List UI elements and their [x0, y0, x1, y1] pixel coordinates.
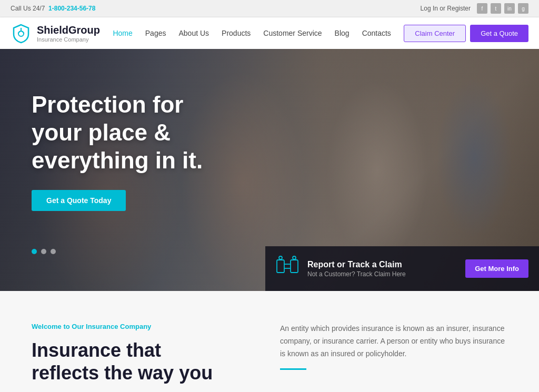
logo-text: ShieldGroup Insurance Company	[37, 24, 100, 43]
logo[interactable]: ShieldGroup Insurance Company	[11, 23, 100, 44]
phone-link[interactable]: 1-800-234-56-78	[48, 5, 95, 12]
facebook-icon[interactable]: f	[477, 3, 487, 14]
nav-customer-service[interactable]: Customer Service	[258, 26, 327, 41]
claim-center-button[interactable]: Claim Center	[404, 25, 466, 42]
nav-pages[interactable]: Pages	[140, 26, 172, 41]
right-content: An entity which provides insurance is kn…	[280, 323, 507, 384]
nav-contacts[interactable]: Contacts	[357, 26, 396, 41]
hero-claim-bar: Report or Track a Claim Not a Customer? …	[265, 246, 539, 291]
left-content: Welcome to Our Insurance Company Insuran…	[32, 323, 259, 384]
top-right-area: Log In or Register f t in g	[421, 3, 528, 14]
welcome-label: Welcome to Our Insurance Company	[32, 323, 259, 330]
get-quote-button[interactable]: Get a Quote	[470, 25, 528, 42]
linkedin-icon[interactable]: in	[504, 3, 515, 14]
hero-cta-button[interactable]: Get a Quote Today	[32, 190, 126, 211]
nav-blog[interactable]: Blog	[330, 26, 355, 41]
hero-content: Protection for your place & everything i…	[0, 49, 263, 211]
section-title: Insurance that reflects the way you	[32, 339, 259, 384]
svg-point-4	[293, 256, 296, 259]
phone-info: Call Us 24/7 1-800-234-56-78	[11, 5, 95, 12]
hero-dots	[32, 249, 56, 254]
login-register-link[interactable]: Log In or Register	[421, 5, 471, 12]
below-hero-section: Welcome to Our Insurance Company Insuran…	[0, 291, 539, 392]
hero-dot-3[interactable]	[51, 249, 56, 254]
social-icons-group: f t in g	[477, 3, 528, 14]
more-info-button[interactable]: Get More Info	[465, 259, 528, 278]
main-nav: Home Pages About Us Products Customer Se…	[107, 26, 396, 41]
hero-dot-2[interactable]	[41, 249, 46, 254]
claim-icon	[276, 255, 299, 283]
googleplus-icon[interactable]: g	[518, 3, 528, 14]
header-buttons: Claim Center Get a Quote	[404, 25, 528, 42]
logo-icon	[11, 23, 32, 44]
twitter-icon[interactable]: t	[491, 3, 501, 14]
svg-point-3	[279, 256, 282, 259]
claim-text: Report or Track a Claim Not a Customer? …	[307, 260, 457, 278]
hero-section: Protection for your place & everything i…	[0, 49, 539, 291]
main-header: ShieldGroup Insurance Company Home Pages…	[0, 17, 539, 49]
nav-home[interactable]: Home	[107, 26, 137, 41]
svg-rect-1	[277, 260, 284, 273]
top-bar: Call Us 24/7 1-800-234-56-78 Log In or R…	[0, 0, 539, 17]
svg-rect-2	[291, 260, 298, 273]
section-description: An entity which provides insurance is kn…	[280, 323, 507, 360]
teal-underline	[280, 368, 306, 370]
nav-products[interactable]: Products	[216, 26, 256, 41]
hero-title: Protection for your place & everything i…	[32, 91, 232, 174]
hero-dot-1[interactable]	[32, 249, 37, 254]
nav-about[interactable]: About Us	[173, 26, 214, 41]
